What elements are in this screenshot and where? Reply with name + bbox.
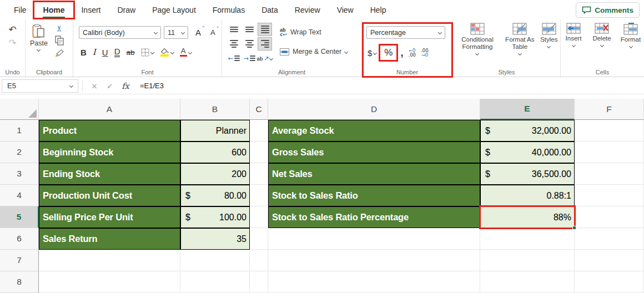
cell-E5[interactable]: 88%: [480, 206, 575, 228]
row-header-8[interactable]: 8: [0, 271, 39, 293]
name-box[interactable]: E5: [2, 79, 78, 93]
increase-indent-button[interactable]: →: [242, 52, 256, 65]
conditional-formatting-button[interactable]: Conditional Formatting: [453, 23, 502, 55]
cell-B6[interactable]: 35: [180, 228, 250, 250]
tab-insert[interactable]: Insert: [73, 0, 109, 20]
accounting-format-button[interactable]: $: [368, 48, 376, 58]
merge-center-button[interactable]: Merge & Center: [280, 48, 348, 55]
cut-icon[interactable]: ✂: [56, 25, 63, 32]
align-center-button[interactable]: [242, 37, 256, 50]
column-header-D[interactable]: D: [268, 99, 480, 120]
tab-help[interactable]: Help: [362, 0, 395, 20]
cell-styles-button[interactable]: Styles: [538, 23, 560, 55]
paste-dropdown-icon[interactable]: [37, 48, 41, 52]
cell-D3[interactable]: Net Sales: [268, 163, 480, 185]
cell-A4[interactable]: Production Unit Cost: [39, 185, 180, 206]
tab-data[interactable]: Data: [253, 0, 286, 20]
font-name-combo[interactable]: Calibri (Body): [79, 26, 161, 39]
cell-A7[interactable]: [39, 250, 180, 271]
format-as-table-button[interactable]: Format As Table: [504, 23, 536, 55]
insert-function-icon[interactable]: fx: [118, 82, 133, 90]
cell-F1[interactable]: [575, 120, 644, 142]
middle-align-button[interactable]: [242, 23, 256, 36]
tab-review[interactable]: Review: [286, 0, 329, 20]
grow-font-button[interactable]: Aˆ: [195, 28, 201, 37]
cell-B7[interactable]: [180, 250, 250, 271]
cancel-icon[interactable]: ×: [87, 82, 102, 90]
cell-C7[interactable]: [250, 250, 268, 271]
insert-cells-button[interactable]: Insert: [561, 23, 586, 48]
cell-D6[interactable]: [268, 228, 480, 250]
select-all-corner[interactable]: [0, 99, 39, 120]
comma-style-button[interactable]: ,: [400, 50, 403, 55]
bold-button[interactable]: B: [80, 48, 87, 57]
cell-A3[interactable]: Ending Stock: [39, 163, 180, 185]
cell-B2[interactable]: 600: [180, 142, 250, 163]
cell-D1[interactable]: Average Stock: [268, 120, 480, 142]
row-header-3[interactable]: 3: [0, 163, 39, 185]
fill-color-button[interactable]: [160, 48, 174, 57]
align-left-button[interactable]: [227, 37, 241, 50]
font-size-combo[interactable]: 11: [164, 26, 188, 39]
column-header-C[interactable]: C: [250, 99, 268, 120]
strikethrough-button[interactable]: ab: [126, 48, 134, 57]
cell-C5[interactable]: [250, 206, 268, 228]
cell-A8[interactable]: [39, 271, 180, 293]
tab-draw[interactable]: Draw: [109, 0, 144, 20]
double-underline-button[interactable]: D: [114, 48, 120, 57]
cell-F7[interactable]: [575, 250, 644, 271]
align-right-button[interactable]: [258, 37, 272, 50]
delete-cells-button[interactable]: Delete: [588, 23, 615, 48]
cell-E8[interactable]: [480, 271, 575, 293]
cell-E1[interactable]: $32,000.00: [480, 120, 575, 142]
format-painter-icon[interactable]: [54, 49, 64, 57]
column-header-E[interactable]: E: [480, 99, 575, 120]
column-header-F[interactable]: F: [575, 99, 644, 120]
cell-F3[interactable]: [575, 163, 644, 185]
format-cells-button[interactable]: Format: [617, 23, 644, 48]
tab-formulas[interactable]: Formulas: [204, 0, 253, 20]
tab-home[interactable]: Home: [35, 0, 73, 20]
number-format-combo[interactable]: Percentage: [366, 26, 445, 39]
row-header-4[interactable]: 4: [0, 185, 39, 206]
redo-icon[interactable]: ↷: [8, 38, 16, 48]
cell-A5[interactable]: Selling Price Per Unit: [39, 206, 180, 228]
cell-E3[interactable]: $36,500.00: [480, 163, 575, 185]
top-align-button[interactable]: [227, 23, 241, 36]
cell-F2[interactable]: [575, 142, 644, 163]
cell-D7[interactable]: [268, 250, 480, 271]
decrease-indent-button[interactable]: ←: [227, 52, 241, 65]
cell-C1[interactable]: [250, 120, 268, 142]
tab-page-layout[interactable]: Page Layout: [144, 0, 204, 20]
row-header-6[interactable]: 6: [0, 228, 39, 250]
cell-C6[interactable]: [250, 228, 268, 250]
percent-style-button[interactable]: %: [381, 46, 395, 59]
cell-D4[interactable]: Stock to Sales Ratio: [268, 185, 480, 206]
cell-D2[interactable]: Gross Sales: [268, 142, 480, 163]
cell-F8[interactable]: [575, 271, 644, 293]
cell-A6[interactable]: Sales Return: [39, 228, 180, 250]
column-header-B[interactable]: B: [180, 99, 250, 120]
cell-E4[interactable]: 0.88:1: [480, 185, 575, 206]
cell-E6[interactable]: [480, 228, 575, 250]
decrease-decimal-button[interactable]: .00→0: [421, 48, 429, 58]
cell-C2[interactable]: [250, 142, 268, 163]
cell-C3[interactable]: [250, 163, 268, 185]
orientation-button[interactable]: ab↗: [258, 52, 272, 65]
italic-button[interactable]: I: [93, 47, 96, 57]
tab-file[interactable]: File: [6, 0, 35, 20]
cell-F6[interactable]: [575, 228, 644, 250]
cell-F4[interactable]: [575, 185, 644, 206]
cell-B1[interactable]: Planner: [180, 120, 250, 142]
underline-button[interactable]: U: [102, 48, 108, 57]
formula-input[interactable]: =E1/E3: [140, 82, 164, 90]
cell-E7[interactable]: [480, 250, 575, 271]
shrink-font-button[interactable]: Aˇ: [210, 28, 215, 37]
borders-button[interactable]: [141, 48, 154, 57]
undo-icon[interactable]: ↶: [8, 25, 16, 34]
cell-F5[interactable]: [575, 206, 644, 228]
font-color-button[interactable]: A: [180, 48, 192, 57]
cell-A2[interactable]: Beginning Stock: [39, 142, 180, 163]
cell-E2[interactable]: $40,000.00: [480, 142, 575, 163]
enter-icon[interactable]: ✓: [102, 82, 118, 90]
